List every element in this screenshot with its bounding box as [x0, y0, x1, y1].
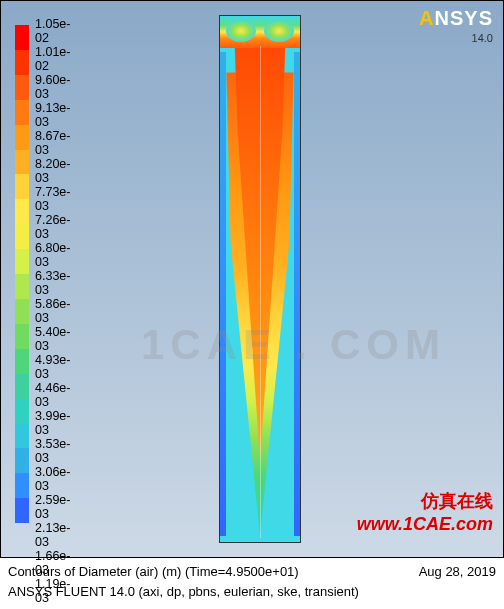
caption-date: Aug 28, 2019 [419, 562, 496, 582]
legend-swatch [15, 174, 29, 199]
legend-label: 3.53e-03 [35, 437, 70, 465]
legend-swatch [15, 349, 29, 374]
contour-domain [219, 15, 301, 543]
legend-swatch [15, 399, 29, 424]
legend-swatch [15, 274, 29, 299]
legend-swatch [15, 199, 29, 224]
legend-label: 1.01e-02 [35, 45, 70, 73]
legend-swatch [15, 150, 29, 175]
legend-swatch [15, 374, 29, 399]
watermark-url: www.1CAE.com [357, 514, 493, 535]
caption-row-1: Contours of Diameter (air) (m) (Time=4.9… [8, 562, 496, 582]
legend-swatch [15, 50, 29, 75]
legend-label: 2.59e-03 [35, 493, 70, 521]
legend-label: 6.80e-03 [35, 241, 70, 269]
legend-label: 6.33e-03 [35, 269, 70, 297]
contour-top-region [220, 16, 300, 48]
legend-label: 1.05e-02 [35, 17, 70, 45]
legend-label: 3.99e-03 [35, 409, 70, 437]
legend-label: 3.06e-03 [35, 465, 70, 493]
legend-label: 2.13e-03 [35, 521, 70, 549]
brand-name: ANSYS [419, 7, 493, 30]
legend-swatch [15, 473, 29, 498]
legend-swatch [15, 498, 29, 523]
legend-swatch [15, 249, 29, 274]
wall-layer-right [294, 52, 300, 536]
vortex-right [264, 20, 294, 42]
legend-label: 8.20e-03 [35, 157, 70, 185]
legend-label: 5.86e-03 [35, 297, 70, 325]
legend-swatch [15, 100, 29, 125]
legend-label: 8.67e-03 [35, 129, 70, 157]
legend-label: 9.13e-03 [35, 101, 70, 129]
vortex-left [226, 20, 256, 42]
plot-area: ANSYS 14.0 1.05e-021.01e-029.60e-039.13e… [0, 0, 504, 558]
legend-swatch [15, 125, 29, 150]
legend-colorbar [15, 25, 29, 523]
legend-swatch [15, 75, 29, 100]
legend-label: 4.93e-03 [35, 353, 70, 381]
caption-solver: ANSYS FLUENT 14.0 (axi, dp, pbns, euleri… [8, 582, 496, 602]
legend-swatch [15, 25, 29, 50]
legend-label: 4.46e-03 [35, 381, 70, 409]
legend-swatch [15, 299, 29, 324]
legend-swatch [15, 324, 29, 349]
brand-version: 14.0 [419, 32, 493, 44]
caption-title: Contours of Diameter (air) (m) (Time=4.9… [8, 562, 299, 582]
legend-labels: 1.05e-021.01e-029.60e-039.13e-038.67e-03… [35, 17, 70, 531]
brand-logo: ANSYS 14.0 [419, 7, 493, 44]
legend-label: 7.73e-03 [35, 185, 70, 213]
legend-label: 7.26e-03 [35, 213, 70, 241]
legend-swatch [15, 448, 29, 473]
legend-swatch [15, 224, 29, 249]
brand-rest: NSYS [435, 7, 493, 29]
legend-swatch [15, 424, 29, 449]
axis-line [260, 46, 261, 538]
wall-layer-left [220, 52, 226, 536]
caption: Contours of Diameter (air) (m) (Time=4.9… [8, 562, 496, 601]
legend-label: 9.60e-03 [35, 73, 70, 101]
brand-a: A [419, 7, 434, 29]
watermark-cn: 仿真在线 [421, 489, 493, 513]
legend-label: 5.40e-03 [35, 325, 70, 353]
